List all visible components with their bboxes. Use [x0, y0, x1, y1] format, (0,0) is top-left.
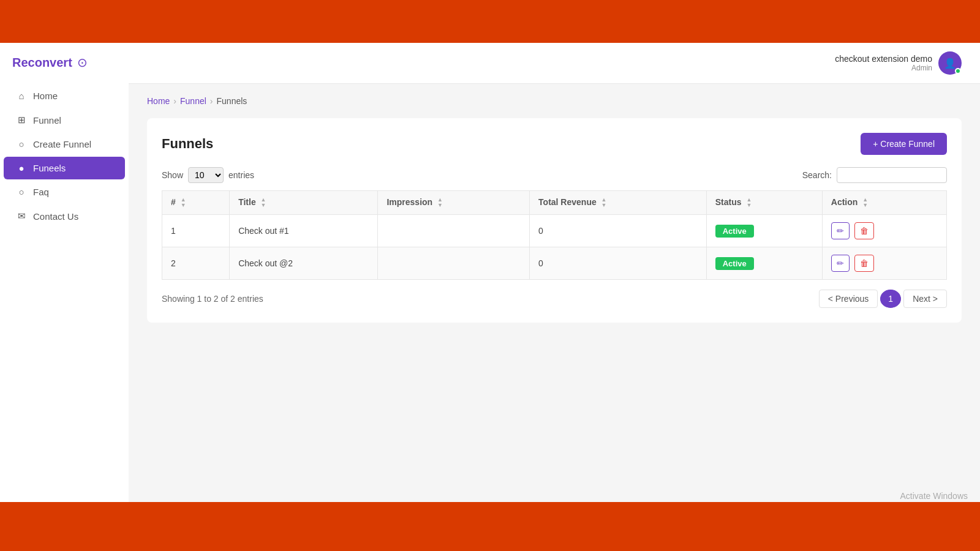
sort-icon-impression: ▲▼ [437, 197, 443, 208]
cell-id: 1 [162, 215, 230, 247]
cell-id: 2 [162, 247, 230, 280]
sidebar-item-create-funnel[interactable]: ○ Create Funnel [4, 133, 125, 156]
pagination-row: Showing 1 to 2 of 2 entries < Previous 1… [162, 290, 947, 308]
sidebar-item-funnel[interactable]: ⊞ Funnel [4, 108, 125, 132]
funnel-icon: ⊞ [16, 114, 27, 126]
app-name: Reconvert [12, 56, 72, 70]
page-1-button[interactable]: 1 [880, 290, 901, 308]
cell-title: Check out #1 [230, 215, 378, 247]
col-status[interactable]: Status ▲▼ [706, 191, 822, 215]
user-info: checkout extension demo Admin [835, 54, 932, 72]
sidebar-item-home[interactable]: ⌂ Home [4, 84, 125, 107]
col-number[interactable]: # ▲▼ [162, 191, 230, 215]
funeels-icon: ● [16, 163, 27, 173]
showing-entries-text: Showing 1 to 2 of 2 entries [162, 294, 263, 304]
online-indicator [955, 68, 961, 74]
cell-impression [378, 247, 530, 280]
sidebar-item-label: Faq [33, 187, 49, 197]
edit-button[interactable]: ✏ [831, 222, 850, 239]
user-role: Admin [835, 64, 932, 72]
next-page-button[interactable]: Next > [903, 290, 947, 308]
sort-icon-status: ▲▼ [746, 197, 752, 208]
sidebar-nav: ⌂ Home ⊞ Funnel ○ Create Funnel ● Funeel… [0, 84, 129, 228]
delete-button[interactable]: 🗑 [854, 255, 874, 272]
bottom-bar [0, 502, 980, 551]
edit-button[interactable]: ✏ [831, 255, 850, 272]
create-funnel-button[interactable]: + Create Funnel [861, 133, 947, 155]
breadcrumb-current: Funnels [217, 96, 247, 106]
search-box: Search: [802, 167, 947, 183]
table-row: 1 Check out #1 0 Active ✏ 🗑 [162, 215, 947, 247]
show-entries: Show 10 25 50 100 entries [162, 167, 254, 183]
col-title[interactable]: Title ▲▼ [230, 191, 378, 215]
pagination-controls: < Previous 1 Next > [819, 290, 947, 308]
search-label: Search: [802, 170, 832, 180]
breadcrumb-sep-2: › [210, 96, 213, 106]
search-input[interactable] [837, 167, 947, 183]
breadcrumb-home[interactable]: Home [147, 96, 170, 106]
funnels-header: Funnels + Create Funnel [162, 133, 947, 155]
avatar[interactable]: 👤 [938, 51, 962, 75]
breadcrumb-funnel[interactable]: Funnel [180, 96, 206, 106]
cell-action: ✏ 🗑 [822, 215, 946, 247]
faq-icon: ○ [16, 187, 27, 197]
sidebar-logo: Reconvert ⊙ [0, 55, 129, 84]
sort-icon-number: ▲▼ [181, 197, 186, 208]
sort-icon-title: ▲▼ [261, 197, 266, 208]
table-header-row: # ▲▼ Title ▲▼ Impression ▲▼ Total Revenu… [162, 191, 947, 215]
funnels-card: Funnels + Create Funnel Show 10 25 50 10… [147, 118, 962, 323]
create-funnel-icon: ○ [16, 139, 27, 149]
cell-title: Check out @2 [230, 247, 378, 280]
avatar-icon: 👤 [944, 58, 956, 69]
page-title: Funnels [162, 136, 213, 152]
funnels-table: # ▲▼ Title ▲▼ Impression ▲▼ Total Revenu… [162, 190, 947, 280]
main-area: Reconvert ⊙ ⌂ Home ⊞ Funnel ○ Create Fun… [0, 43, 980, 502]
status-badge: Active [715, 257, 754, 270]
header-user: checkout extension demo Admin 👤 [835, 51, 962, 75]
cell-revenue: 0 [530, 247, 707, 280]
delete-button[interactable]: 🗑 [854, 222, 874, 239]
sort-icon-revenue: ▲▼ [601, 197, 607, 208]
cell-action: ✏ 🗑 [822, 247, 946, 280]
table-row: 2 Check out @2 0 Active ✏ 🗑 [162, 247, 947, 280]
prev-page-button[interactable]: < Previous [819, 290, 878, 308]
sidebar-item-faq[interactable]: ○ Faq [4, 181, 125, 203]
status-badge: Active [715, 225, 754, 238]
sidebar-item-label: Funeels [33, 163, 66, 173]
entries-select[interactable]: 10 25 50 100 [188, 167, 224, 183]
sidebar: Reconvert ⊙ ⌂ Home ⊞ Funnel ○ Create Fun… [0, 43, 129, 502]
sidebar-item-label: Contact Us [33, 211, 78, 222]
sidebar-item-label: Funnel [33, 115, 61, 126]
top-bar [0, 0, 980, 43]
home-icon: ⌂ [16, 91, 27, 101]
col-action[interactable]: Action ▲▼ [822, 191, 946, 215]
user-name: checkout extension demo [835, 54, 932, 64]
sort-icon-action: ▲▼ [862, 197, 868, 208]
reconvert-icon: ⊙ [77, 55, 88, 70]
sidebar-item-label: Create Funnel [33, 139, 91, 149]
col-revenue[interactable]: Total Revenue ▲▼ [530, 191, 707, 215]
table-controls: Show 10 25 50 100 entries Search: [162, 167, 947, 183]
activate-windows-text: Activate Windows [900, 491, 968, 501]
breadcrumb-sep-1: › [173, 96, 176, 106]
entries-label: entries [228, 170, 254, 180]
sidebar-item-contact-us[interactable]: ✉ Contact Us [4, 204, 125, 228]
breadcrumb: Home › Funnel › Funnels [147, 96, 962, 106]
sidebar-item-funeels[interactable]: ● Funeels [4, 157, 125, 179]
cell-impression [378, 215, 530, 247]
content-area: checkout extension demo Admin 👤 Home › F… [129, 43, 980, 502]
contact-icon: ✉ [16, 211, 27, 222]
sidebar-item-label: Home [33, 91, 58, 101]
page-content: Home › Funnel › Funnels Funnels + Create… [129, 84, 980, 502]
col-impression[interactable]: Impression ▲▼ [378, 191, 530, 215]
cell-status: Active [706, 247, 822, 280]
cell-status: Active [706, 215, 822, 247]
header-bar: checkout extension demo Admin 👤 [129, 43, 980, 84]
show-label: Show [162, 170, 183, 180]
cell-revenue: 0 [530, 215, 707, 247]
